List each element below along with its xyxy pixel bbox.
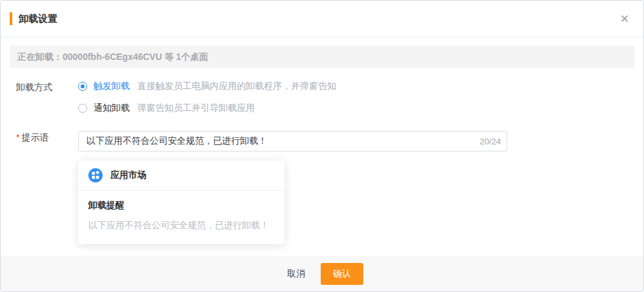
dialog-title: 卸载设置: [19, 13, 57, 25]
title-accent-bar: [10, 12, 12, 25]
required-asterisk: *: [16, 132, 19, 142]
uninstall-method-row: 卸载方式 触发卸载 直接触发员工电脑内应用的卸载程序，并弹窗告知 通知卸载 弹窗…: [10, 81, 634, 114]
radio-option-label[interactable]: 通知卸载: [94, 102, 130, 114]
notification-preview-card: 应用市场 卸载提醒 以下应用不符合公司安全规范，已进行卸载！: [78, 161, 285, 244]
radio-unchecked-icon[interactable]: [78, 104, 87, 113]
preview-card-body: 卸载提醒 以下应用不符合公司安全规范，已进行卸载！: [78, 191, 285, 244]
close-icon[interactable]: ✕: [620, 14, 629, 24]
char-counter: 20/24: [479, 137, 501, 146]
preview-card-header: 应用市场: [78, 161, 285, 191]
radio-option-description: 弹窗告知员工并引导卸载应用: [137, 102, 255, 114]
dialog-footer: 取消 确认: [1, 256, 643, 291]
uninstall-method-radio-group: 触发卸载 直接触发员工电脑内应用的卸载程序，并弹窗告知 通知卸载 弹窗告知员工并…: [78, 81, 634, 114]
cancel-button[interactable]: 取消: [281, 263, 312, 285]
dialog-header: 卸载设置 ✕: [1, 1, 643, 37]
radio-option-description: 直接触发员工电脑内应用的卸载程序，并弹窗告知: [137, 81, 336, 92]
radio-option-trigger-uninstall[interactable]: 触发卸载 直接触发员工电脑内应用的卸载程序，并弹窗告知: [78, 81, 634, 92]
uninstall-settings-dialog: 卸载设置 ✕ 正在卸载：00000fbh-6CEgx46CVU 等 1个桌面 卸…: [0, 0, 644, 292]
preview-notification-title: 卸载提醒: [88, 200, 274, 211]
prompt-label: *提示语: [16, 131, 78, 143]
app-market-icon: [88, 168, 103, 182]
prompt-input-wrap: 20/24: [78, 131, 507, 151]
uninstalling-info-bar: 正在卸载：00000fbh-6CEgx46CVU 等 1个桌面: [10, 46, 634, 68]
app-market-name: 应用市场: [110, 170, 146, 181]
radio-checked-icon[interactable]: [78, 82, 87, 91]
dialog-body: 正在卸载：00000fbh-6CEgx46CVU 等 1个桌面 卸载方式 触发卸…: [1, 46, 643, 244]
confirm-button[interactable]: 确认: [321, 263, 363, 285]
uninstalling-info-text: 正在卸载：00000fbh-6CEgx46CVU 等 1个桌面: [17, 52, 208, 62]
radio-option-notify-uninstall[interactable]: 通知卸载 弹窗告知员工并引导卸载应用: [78, 102, 634, 114]
prompt-label-text: 提示语: [21, 132, 48, 142]
prompt-text-row: *提示语 20/24: [10, 131, 634, 151]
uninstall-method-label: 卸载方式: [16, 81, 78, 93]
prompt-input[interactable]: [78, 131, 507, 151]
preview-notification-message: 以下应用不符合公司安全规范，已进行卸载！: [88, 220, 274, 231]
radio-option-label[interactable]: 触发卸载: [94, 81, 130, 92]
